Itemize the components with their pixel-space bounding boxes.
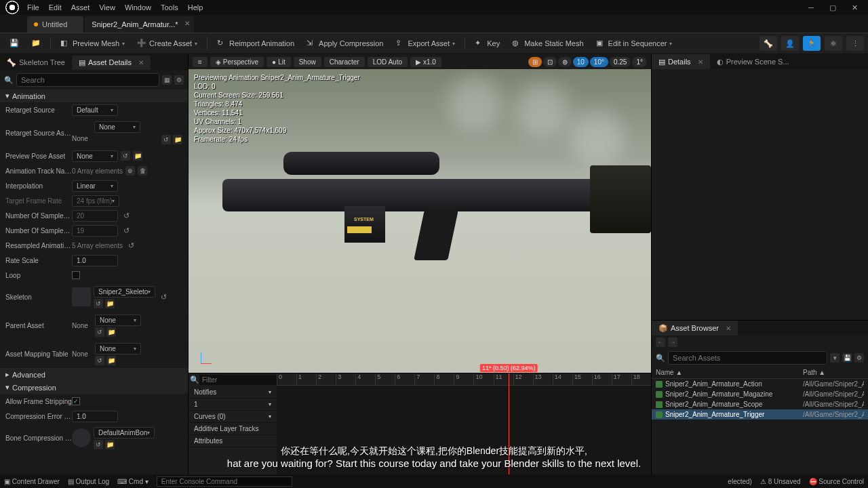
track-attributes[interactable]: Attributes <box>189 435 277 447</box>
tab-untitled[interactable]: Untitled <box>27 16 83 33</box>
create-asset-button[interactable]: ➕Create Asset ▾ <box>132 37 203 50</box>
skeleton-thumbnail[interactable] <box>72 287 91 306</box>
parent-asset-dropdown[interactable]: None▾ <box>95 314 141 326</box>
view-options-icon[interactable]: ▦ <box>162 75 172 85</box>
grid-value-2[interactable]: 0.25 <box>610 57 631 67</box>
preview-pose-dropdown[interactable]: None▾ <box>72 150 118 162</box>
reset-icon[interactable]: ↺ <box>94 299 103 308</box>
maximize-icon[interactable]: ▢ <box>825 2 841 13</box>
reset-icon[interactable]: ↺ <box>161 293 167 302</box>
snap-toggle-icon[interactable]: ⊞ <box>528 57 542 67</box>
character-button[interactable]: Character <box>324 57 365 67</box>
save-button[interactable]: 💾 <box>4 37 24 50</box>
browse-icon[interactable]: 📁 <box>173 135 182 144</box>
mesh-mode-icon[interactable]: 👤 <box>781 36 799 51</box>
reset-icon[interactable]: ↺ <box>95 356 104 365</box>
viewport-menu-icon[interactable]: ≡ <box>193 57 208 67</box>
save-all-icon[interactable]: 💾 <box>842 353 852 363</box>
playhead[interactable] <box>509 373 509 474</box>
content-drawer-button[interactable]: ▣ Content Drawer <box>4 478 60 485</box>
asset-row[interactable]: Sniper2_Anim_Armature_Action/All/Game/Sn… <box>652 379 868 389</box>
physics-mode-icon[interactable]: ⚛ <box>825 36 842 51</box>
reset-icon[interactable]: ↺ <box>123 211 130 220</box>
frame-strip-checkbox[interactable] <box>72 397 80 405</box>
browse-icon[interactable]: 📁 <box>105 299 115 308</box>
reset-icon[interactable]: ↺ <box>128 241 134 250</box>
rate-scale-field[interactable]: 1.0 <box>72 255 118 266</box>
viewport[interactable]: Previewing Animation Sniper2_Anim_Armatu… <box>189 69 651 373</box>
add-icon[interactable]: ⊕ <box>125 166 135 176</box>
track-notifies[interactable]: Notifies▾ <box>189 386 277 399</box>
console-input[interactable] <box>157 476 292 487</box>
reset-icon[interactable]: ↺ <box>123 226 130 235</box>
reset-icon[interactable]: ↺ <box>95 327 104 337</box>
forward-icon[interactable]: → <box>668 338 677 347</box>
menu-file[interactable]: File <box>27 3 39 12</box>
timeline-track[interactable]: 11* (0.50) (62.94%) 01234567891011121314… <box>277 373 651 474</box>
loop-checkbox[interactable] <box>72 271 80 279</box>
name-column[interactable]: Name ▲ <box>656 369 803 376</box>
tab-asset-details[interactable]: ▤Asset Details✕ <box>72 56 151 70</box>
misc-mode-icon[interactable]: ⋮ <box>846 36 864 51</box>
back-icon[interactable]: ← <box>656 338 665 347</box>
asset-row[interactable]: Sniper2_Anim_Armature_Magazine/All/Game/… <box>652 389 868 399</box>
settings-icon[interactable]: ⚙ <box>174 75 184 85</box>
track-1[interactable]: 1▾ <box>189 399 277 411</box>
asset-search-input[interactable] <box>668 351 827 365</box>
apply-compression-button[interactable]: ⇲Apply Compression <box>301 37 389 50</box>
target-frame-dropdown[interactable]: 24 fps (film)▾ <box>72 195 119 207</box>
settings-icon[interactable]: ⚙ <box>854 353 864 363</box>
browse-icon[interactable]: 📁 <box>106 327 116 337</box>
close-tab-icon[interactable]: ✕ <box>698 58 703 66</box>
close-tab-icon[interactable]: ✕ <box>726 325 731 332</box>
reset-icon[interactable]: ↺ <box>94 440 103 449</box>
browse-icon[interactable]: 📁 <box>133 151 142 161</box>
menu-view[interactable]: View <box>99 3 115 12</box>
clear-icon[interactable]: 🗑 <box>138 166 147 176</box>
source-control-button[interactable]: ⛔ Source Control <box>809 478 864 485</box>
skeleton-dropdown[interactable]: Sniper2_Skeleto▾ <box>94 286 155 298</box>
compression-err-field[interactable]: 1.0 <box>72 411 118 422</box>
angle-value[interactable]: 10° <box>590 57 608 67</box>
search-input[interactable] <box>16 73 159 87</box>
make-static-button[interactable]: ◍Make Static Mesh <box>507 37 589 50</box>
tab-close-icon[interactable]: ✕ <box>184 20 190 27</box>
edit-sequencer-button[interactable]: ▣Edit in Sequencer ▾ <box>591 37 678 50</box>
menu-asset[interactable]: Asset <box>71 3 90 12</box>
output-log-button[interactable]: ▤ Output Log <box>68 478 109 485</box>
track-additive-layer[interactable]: Additive Layer Tracks <box>189 423 277 435</box>
menu-window[interactable]: Window <box>125 3 151 12</box>
close-tab-icon[interactable]: ✕ <box>138 59 144 66</box>
tab-animation[interactable]: Sniper2_Anim_Armatur...*✕ <box>85 16 194 33</box>
bone-comp-dropdown[interactable]: DefaultAnimBon▾ <box>94 427 155 439</box>
filter-icon[interactable]: ▾ <box>830 353 840 363</box>
close-icon[interactable]: ✕ <box>846 2 863 13</box>
menu-help[interactable]: Help <box>188 3 203 12</box>
reimport-button[interactable]: ↻Reimport Animation <box>212 37 300 50</box>
interpolation-dropdown[interactable]: Linear▾ <box>72 180 118 192</box>
cmd-label[interactable]: ⌨ Cmd ▾ <box>117 478 149 485</box>
asset-mapping-dropdown[interactable]: None▾ <box>95 343 141 354</box>
curve-comp-dropdown[interactable]: DefaultAnimCur▾ <box>94 455 154 456</box>
asset-row[interactable]: Sniper2_Anim_Armature_Scope/All/Game/Sni… <box>652 399 868 409</box>
tab-preview-scene[interactable]: ◐Preview Scene S... <box>710 54 796 69</box>
reset-icon[interactable]: ↺ <box>121 151 130 161</box>
timeline-ruler[interactable]: 0123456789101112131415161718 <box>277 373 651 386</box>
tab-details[interactable]: ▤Details✕ <box>652 54 710 69</box>
track-curves[interactable]: Curves (0)▾ <box>189 411 277 423</box>
bone-comp-thumbnail[interactable] <box>72 428 91 447</box>
path-column[interactable]: Path ▲ <box>803 369 864 376</box>
browse-button[interactable]: 📁 <box>26 37 46 50</box>
play-button[interactable]: ▶ x1.0 <box>410 57 441 67</box>
retarget-source-dropdown[interactable]: Default▾ <box>72 104 118 116</box>
retarget-asset-sub-dropdown[interactable]: None▾ <box>94 121 140 133</box>
group-advanced[interactable]: ▸ Advanced <box>0 368 188 381</box>
tab-skeleton-tree[interactable]: 🦴Skeleton Tree <box>0 56 72 70</box>
lit-button[interactable]: ● Lit <box>267 57 291 67</box>
menu-edit[interactable]: Edit <box>49 3 62 12</box>
lod-button[interactable]: LOD Auto <box>368 57 408 67</box>
reset-icon[interactable]: ↺ <box>161 135 171 144</box>
unsaved-status[interactable]: ⚠ 8 Unsaved <box>760 478 801 485</box>
browse-icon[interactable]: 📁 <box>105 440 115 449</box>
perspective-button[interactable]: ◈ Perspective <box>210 57 264 67</box>
